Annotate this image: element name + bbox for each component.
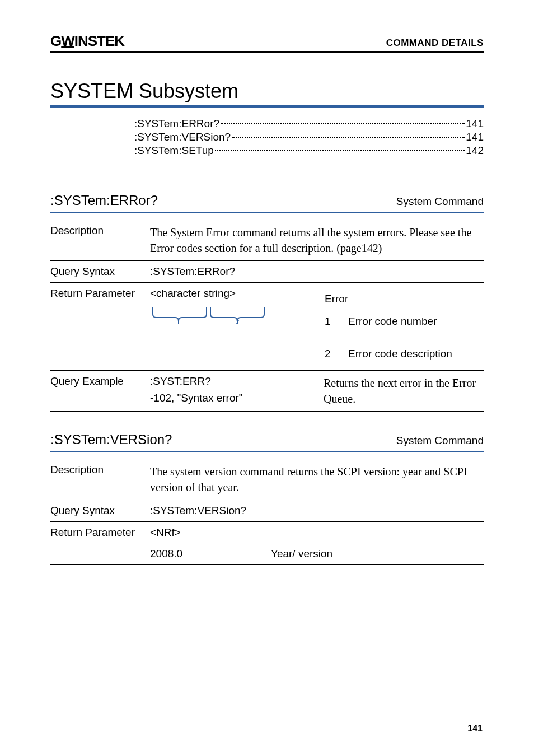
toc-leader	[215, 150, 465, 151]
table-row: Description The system version command r…	[50, 459, 484, 500]
toc-label: :SYSTem:ERRor?	[134, 118, 219, 130]
return-parameter-cell: <character string> 1 2	[150, 283, 324, 371]
svg-text:1: 1	[177, 318, 181, 324]
table-row: Return Parameter <character string> 1 2 …	[50, 283, 484, 371]
toc-item: :SYSTem:VERSion? 141	[134, 131, 484, 143]
error-number: 2	[325, 343, 347, 365]
table-row: Query Syntax :SYSTem:VERSion?	[50, 500, 484, 522]
row-label: Description	[50, 459, 150, 500]
query-syntax: :SYSTem:ERRor?	[150, 261, 484, 283]
table-row: Description The System Error command ret…	[50, 220, 484, 261]
table-row: Query Syntax :SYSTem:ERRor?	[50, 261, 484, 283]
page-title: SYSTEM Subsystem	[50, 80, 484, 103]
row-label: Query Syntax	[50, 500, 150, 522]
title-underline	[50, 105, 484, 108]
row-label: Query Syntax	[50, 261, 150, 283]
logo-text-post: INSTEK	[74, 32, 124, 49]
toc-label: :SYSTem:VERSion?	[134, 131, 231, 143]
example-description: Year/ version	[271, 543, 484, 565]
row-label: Query Example	[50, 371, 150, 412]
command-name: :SYSTem:ERRor?	[50, 193, 158, 208]
command-type: System Command	[396, 435, 484, 447]
svg-text:2: 2	[236, 318, 240, 324]
logo-text-pre: G	[50, 32, 61, 49]
error-header: Error	[325, 288, 479, 310]
description-text: The system version command returns the S…	[150, 459, 484, 500]
logo-text-u: W	[61, 32, 74, 49]
query-example-command: :SYST:ERR?	[150, 375, 320, 388]
toc-leader	[221, 123, 465, 124]
row-label	[50, 543, 150, 565]
toc-page: 141	[466, 131, 484, 143]
query-example-response: -102, "Syntax error"	[150, 392, 320, 404]
page-number: 141	[467, 724, 483, 734]
example-value: 2008.0	[150, 543, 271, 565]
table-of-contents: :SYSTem:ERRor? 141 :SYSTem:VERSion? 141 …	[134, 118, 484, 157]
query-example-description: Returns the next error in the Error Queu…	[324, 371, 484, 412]
toc-page: 141	[466, 118, 484, 130]
command-name: :SYSTem:VERSion?	[50, 432, 172, 447]
command-table: Description The System Error command ret…	[50, 220, 484, 412]
header-section-title: COMMAND DETAILS	[386, 38, 484, 49]
row-label: Return Parameter	[50, 283, 150, 371]
error-codes-cell: Error 1 Error code number 2 Error code d…	[324, 283, 484, 371]
toc-label: :SYSTem:SETup	[134, 144, 214, 157]
return-parameter-value: <character string>	[150, 287, 236, 299]
query-syntax: :SYSTem:VERSion?	[150, 500, 484, 522]
error-description: Error code description	[348, 343, 479, 365]
logo: GWINSTEK	[50, 32, 124, 50]
toc-leader	[232, 137, 465, 138]
page-header: GWINSTEK COMMAND DETAILS	[50, 32, 484, 53]
row-label: Return Parameter	[50, 522, 150, 544]
command-table: Description The system version command r…	[50, 459, 484, 565]
query-example-cell: :SYST:ERR? -102, "Syntax error"	[150, 371, 324, 412]
command-type: System Command	[396, 195, 484, 208]
toc-item: :SYSTem:SETup 142	[134, 144, 484, 157]
description-text: The System Error command returns all the…	[150, 220, 484, 261]
command-heading: :SYSTem:ERRor? System Command	[50, 193, 484, 213]
return-parameter-value: <NRf>	[150, 522, 271, 544]
toc-item: :SYSTem:ERRor? 141	[134, 118, 484, 130]
toc-page: 142	[466, 144, 484, 157]
table-row: Query Example :SYST:ERR? -102, "Syntax e…	[50, 371, 484, 412]
error-description: Error code number	[348, 311, 479, 332]
command-heading: :SYSTem:VERSion? System Command	[50, 432, 484, 452]
row-label: Description	[50, 220, 150, 261]
table-row: 2008.0 Year/ version	[50, 543, 484, 565]
error-number: 1	[325, 311, 347, 332]
table-row: Return Parameter <NRf>	[50, 522, 484, 544]
bracket-icon: 1 2	[150, 307, 320, 327]
